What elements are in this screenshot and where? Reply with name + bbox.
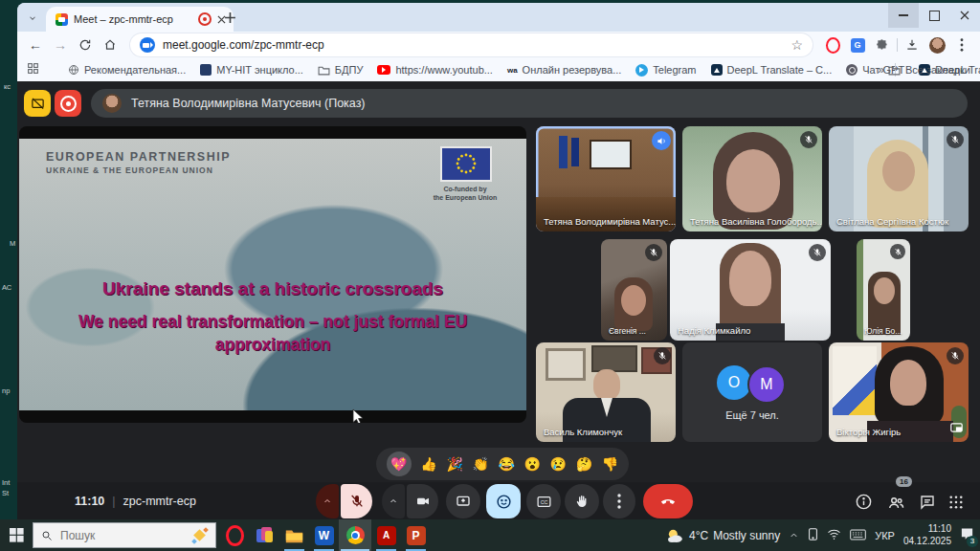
weather-sun-cloud-icon	[665, 527, 684, 544]
home-icon[interactable]	[100, 34, 121, 55]
meeting-info-button[interactable]	[855, 493, 873, 515]
apps-grid-icon[interactable]	[27, 61, 39, 78]
back-icon[interactable]: ←	[25, 34, 46, 55]
bookmark-star-icon[interactable]: ☆	[791, 37, 803, 53]
browser-window: Meet – zpc-mmtr-ecp ← → meet.google.com/…	[17, 3, 980, 519]
participants-button[interactable]	[886, 494, 906, 516]
taskbar-powerpoint-icon[interactable]: P	[401, 519, 431, 551]
room-screen-decor	[590, 140, 632, 169]
close-window-button[interactable]	[949, 3, 980, 28]
participant-name: Юлія Бо...	[864, 326, 902, 336]
participant-tile[interactable]: Тетяна Володимирівна Матус...	[536, 126, 676, 231]
taskbar-acrobat-icon[interactable]: A	[371, 519, 401, 551]
reaction-clap[interactable]: 👏	[472, 456, 488, 472]
presentation-warning-button[interactable]	[24, 90, 51, 117]
participant-tile[interactable]: Надія Климкайло	[670, 239, 831, 341]
present-button[interactable]	[446, 484, 480, 518]
info-icon	[855, 493, 873, 511]
touch-keyboard-icon[interactable]	[850, 527, 866, 544]
taskbar-clock[interactable]: 11:10 04.12.2025	[903, 523, 951, 547]
search-input[interactable]	[58, 528, 187, 543]
bookmark-item[interactable]: https://www.youtub...	[377, 64, 493, 76]
language-indicator[interactable]: УКР	[875, 530, 895, 541]
forward-icon[interactable]: →	[50, 34, 71, 55]
bookmark-item[interactable]: Рекомендательная...	[68, 64, 186, 76]
chat-button[interactable]	[919, 494, 936, 515]
slide-message-1: Ukraine stands at a historic crossroads	[19, 278, 526, 299]
participant-tile[interactable]: Тетяна Василівна Голобородь...	[682, 126, 822, 231]
opera-extension-icon[interactable]	[822, 34, 843, 55]
reaction-heart[interactable]: 💖	[387, 452, 412, 476]
raise-hand-button[interactable]	[565, 484, 599, 518]
bookmark-item[interactable]: DeepL Translate – C...	[711, 64, 833, 76]
slide-header: EUROPEAN PARTNERSHIP UKRAINE & THE EUROP…	[46, 150, 231, 175]
myhit-site-icon	[200, 64, 212, 76]
folder-icon	[888, 65, 901, 76]
reload-icon[interactable]	[75, 34, 96, 55]
participant-tile[interactable]: Василь Климончук	[536, 342, 676, 442]
reaction-thumbs-up[interactable]: 👍	[420, 456, 436, 472]
windows-logo-icon	[10, 528, 24, 542]
start-button[interactable]	[0, 519, 33, 551]
tab-search-icon[interactable]	[25, 11, 40, 26]
reaction-surprise[interactable]: 😮	[524, 456, 541, 472]
overflow-tile[interactable]: O M Ещё 7 чел.	[682, 342, 822, 442]
browser-tab[interactable]: Meet – zpc-mmtr-ecp	[46, 7, 234, 32]
desktop-icon-label-fragment: M	[10, 239, 15, 248]
taskbar-search-box[interactable]	[33, 522, 216, 548]
participant-tile[interactable]: Світлана Сергіївна Костюк	[829, 126, 969, 231]
wifi-icon[interactable]	[827, 527, 841, 544]
download-icon[interactable]	[902, 34, 923, 55]
more-options-button[interactable]	[603, 484, 635, 518]
camera-toggle-button[interactable]	[407, 484, 438, 518]
pip-icon[interactable]	[950, 419, 963, 436]
bookmark-item[interactable]: MY-HIT энцикло...	[200, 64, 303, 76]
bookmarks-overflow-chevron[interactable]: »	[878, 63, 884, 77]
activities-button[interactable]	[947, 494, 965, 515]
end-call-button[interactable]	[643, 484, 693, 518]
mic-toggle-button[interactable]	[341, 484, 372, 518]
translate-extension-icon[interactable]: G	[847, 34, 868, 55]
reaction-thinking[interactable]: 🤔	[576, 456, 592, 472]
reaction-laugh[interactable]: 😂	[499, 456, 515, 472]
participant-tile[interactable]: Юлія Бо...	[857, 239, 910, 341]
system-tray: 4°C Mostly sunny УКР 11:10 04.12.2025 3	[665, 519, 980, 551]
mic-off-icon	[947, 347, 964, 364]
reactions-button[interactable]	[486, 484, 521, 518]
reaction-party[interactable]: 🎉	[446, 456, 462, 472]
taskbar-word-icon[interactable]: W	[309, 519, 339, 551]
profile-avatar[interactable]	[926, 34, 947, 55]
participant-tile[interactable]: Євгенія ...	[601, 239, 667, 341]
maximize-button[interactable]	[919, 3, 949, 28]
browser-menu-icon[interactable]	[951, 34, 972, 55]
extensions-puzzle-icon[interactable]	[872, 34, 893, 55]
picture-frame-decor	[591, 345, 637, 372]
taskbar-chrome-icon[interactable]	[339, 519, 371, 551]
taskbar-explorer-icon[interactable]	[279, 519, 309, 551]
captions-button[interactable]: CC	[526, 484, 561, 518]
taskbar-microsoft365-icon[interactable]	[250, 519, 279, 551]
weather-temp: 4°C	[689, 529, 708, 542]
mic-options-chevron[interactable]	[316, 484, 339, 518]
reaction-cry[interactable]: 😢	[550, 456, 567, 472]
bookmark-item[interactable]: wa Онлайн резервува...	[507, 64, 621, 76]
participant-tile[interactable]: Вікторія Жигірь	[829, 342, 969, 442]
taskbar-opera-icon[interactable]	[220, 519, 250, 551]
address-bar[interactable]: meet.google.com/zpc-mmtr-ecp ☆	[130, 33, 813, 56]
minimize-button[interactable]	[888, 3, 919, 28]
notification-center-icon[interactable]: 3	[960, 527, 974, 544]
bookmark-folder[interactable]: БДПУ	[318, 64, 364, 76]
device-icon[interactable]	[808, 527, 818, 544]
bookmark-item[interactable]: Telegram	[635, 64, 696, 77]
weather-widget[interactable]: 4°C Mostly sunny	[665, 527, 780, 544]
camera-options-chevron[interactable]	[382, 484, 405, 518]
all-bookmarks-button[interactable]: Все закладки	[888, 64, 970, 76]
mouse-cursor	[352, 408, 364, 423]
tray-chevron-icon[interactable]	[789, 527, 799, 544]
search-icon	[41, 530, 53, 541]
desktop-icon-label-fragment: АС	[2, 283, 11, 292]
presentation-tile[interactable]: EUROPEAN PARTNERSHIP UKRAINE & THE EUROP…	[19, 126, 526, 423]
new-tab-button[interactable]	[224, 11, 236, 28]
reaction-thumbs-down[interactable]: 👎	[602, 456, 618, 472]
recording-button[interactable]	[55, 90, 81, 117]
